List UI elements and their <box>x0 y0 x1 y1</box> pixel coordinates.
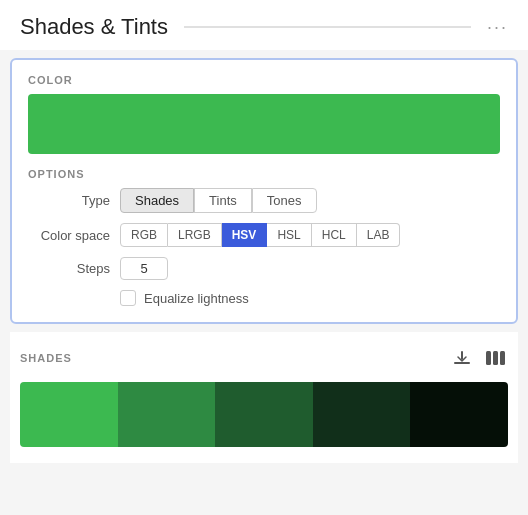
options-section-label: OPTIONS <box>28 168 500 180</box>
options-section: OPTIONS Type ShadesTintsTones Color spac… <box>28 168 500 306</box>
header-divider <box>184 26 471 28</box>
shades-grid <box>20 382 508 447</box>
steps-input[interactable] <box>120 257 168 280</box>
type-btn-tones[interactable]: Tones <box>252 188 317 213</box>
shades-actions <box>450 346 508 370</box>
app-header: Shades & Tints ··· <box>0 0 528 50</box>
palette-icon[interactable] <box>484 346 508 370</box>
cs-btn-hcl[interactable]: HCL <box>312 223 357 247</box>
colorspace-row: Color space RGBLRGBHSVHSLHCLLAB <box>28 223 500 247</box>
swatch-1[interactable] <box>20 382 118 447</box>
equalize-label: Equalize lightness <box>144 291 249 306</box>
type-btn-shades[interactable]: Shades <box>120 188 194 213</box>
type-row: Type ShadesTintsTones <box>28 188 500 213</box>
colorspace-button-group: RGBLRGBHSVHSLHCLLAB <box>120 223 400 247</box>
colorspace-label: Color space <box>28 228 110 243</box>
cs-btn-hsl[interactable]: HSL <box>267 223 311 247</box>
type-button-group: ShadesTintsTones <box>120 188 317 213</box>
options-panel: COLOR OPTIONS Type ShadesTintsTones Colo… <box>10 58 518 324</box>
svg-rect-2 <box>486 351 491 365</box>
export-icon[interactable] <box>450 346 474 370</box>
cs-btn-hsv[interactable]: HSV <box>222 223 268 247</box>
color-section-label: COLOR <box>28 74 500 86</box>
svg-rect-3 <box>493 351 498 365</box>
swatch-2[interactable] <box>118 382 216 447</box>
shades-section: SHADES <box>10 332 518 463</box>
shades-label: SHADES <box>20 352 72 364</box>
more-menu-button[interactable]: ··· <box>487 17 508 38</box>
app-title: Shades & Tints <box>20 14 168 40</box>
cs-btn-lrgb[interactable]: LRGB <box>168 223 222 247</box>
swatch-3[interactable] <box>215 382 313 447</box>
color-swatch[interactable] <box>28 94 500 154</box>
svg-rect-4 <box>500 351 505 365</box>
swatch-5[interactable] <box>410 382 508 447</box>
cs-btn-lab[interactable]: LAB <box>357 223 401 247</box>
steps-row: Steps <box>28 257 500 280</box>
type-btn-tints[interactable]: Tints <box>194 188 252 213</box>
svg-rect-1 <box>461 351 463 360</box>
shades-header: SHADES <box>20 346 508 370</box>
type-label: Type <box>28 193 110 208</box>
svg-rect-0 <box>454 362 470 364</box>
equalize-checkbox[interactable] <box>120 290 136 306</box>
swatch-4[interactable] <box>313 382 411 447</box>
cs-btn-rgb[interactable]: RGB <box>120 223 168 247</box>
steps-label: Steps <box>28 261 110 276</box>
equalize-row: Equalize lightness <box>120 290 500 306</box>
